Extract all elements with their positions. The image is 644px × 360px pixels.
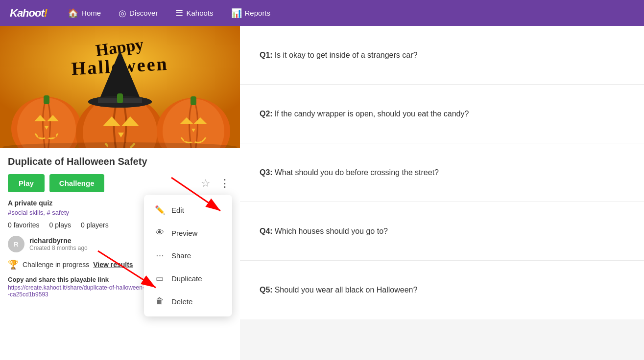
svg-rect-12 bbox=[52, 134, 56, 137]
svg-rect-34 bbox=[198, 137, 202, 141]
home-icon: 🏠 bbox=[68, 8, 78, 19]
dropdown-share[interactable]: ⋯ Share bbox=[144, 244, 232, 267]
quiz-title: Duplicate of Halloween Safety bbox=[8, 156, 232, 167]
svg-rect-19 bbox=[117, 93, 123, 103]
author-created: Created 8 months ago bbox=[29, 245, 88, 251]
svg-rect-32 bbox=[184, 137, 188, 141]
view-results-link[interactable]: View results bbox=[93, 261, 133, 269]
players-count: 0 players bbox=[81, 221, 109, 229]
dropdown-duplicate[interactable]: ▭ Duplicate bbox=[144, 267, 232, 290]
q5-label: Q5: bbox=[260, 286, 273, 294]
svg-rect-28 bbox=[191, 96, 196, 105]
trophy-icon: 🏆 bbox=[8, 259, 19, 270]
question-item: Q5: Should you wear all black on Hallowe… bbox=[240, 261, 644, 319]
nav-discover[interactable]: ◎ Discover bbox=[112, 5, 165, 22]
challenge-button[interactable]: Challenge bbox=[49, 174, 104, 192]
dropdown-menu: ✏️ Edit 👁 Preview ⋯ Share ▭ Duplicate bbox=[144, 195, 232, 316]
preview-icon: 👁 bbox=[155, 228, 165, 238]
favorites-count: 0 favorites bbox=[8, 221, 40, 229]
edit-icon: ✏️ bbox=[155, 205, 165, 215]
svg-rect-6 bbox=[44, 95, 49, 104]
dropdown-edit[interactable]: ✏️ Edit bbox=[144, 199, 232, 222]
q3-label: Q3: bbox=[260, 168, 273, 177]
delete-icon: 🗑 bbox=[155, 296, 165, 306]
svg-rect-33 bbox=[191, 138, 195, 142]
svg-rect-11 bbox=[45, 135, 49, 138]
author-name: richardbyrne bbox=[29, 237, 88, 245]
avatar: R bbox=[8, 236, 24, 252]
navbar: Kahoot! 🏠 Home ◎ Discover ☰ Kahoots 📊 Re… bbox=[0, 0, 644, 26]
halloween-image: Happy Halloween bbox=[0, 26, 240, 148]
quiz-actions: Play Challenge ☆ ⋮ ✏️ Edit 👁 Preview bbox=[8, 174, 232, 192]
q2-label: Q2: bbox=[260, 110, 273, 118]
dropdown-preview[interactable]: 👁 Preview bbox=[144, 222, 232, 244]
kahoots-icon: ☰ bbox=[175, 8, 183, 19]
svg-rect-10 bbox=[38, 134, 42, 137]
quiz-info: Duplicate of Halloween Safety Play Chall… bbox=[0, 148, 240, 308]
duplicate-icon: ▭ bbox=[155, 273, 165, 284]
q4-text: Which houses should you go to? bbox=[275, 227, 388, 236]
question-item: Q1: Is it okay to get inside of a strang… bbox=[240, 26, 644, 85]
question-item: Q3: What should you do before crossing t… bbox=[240, 143, 644, 202]
challenge-text: Challenge in progress bbox=[23, 261, 89, 269]
quiz-thumbnail: Happy Halloween bbox=[0, 26, 240, 148]
nav-reports[interactable]: 📊 Reports bbox=[224, 5, 278, 22]
left-panel: Happy Halloween bbox=[0, 26, 240, 360]
q4-label: Q4: bbox=[260, 227, 273, 236]
nav-kahoots[interactable]: ☰ Kahoots bbox=[168, 5, 220, 22]
dropdown-delete[interactable]: 🗑 Delete bbox=[144, 290, 232, 313]
more-options-button[interactable]: ⋮ bbox=[217, 176, 232, 191]
question-item: Q2: If the candy wrapper is open, should… bbox=[240, 85, 644, 143]
question-item: Q4: Which houses should you go to? bbox=[240, 202, 644, 261]
plays-count: 0 plays bbox=[49, 221, 71, 229]
q1-text: Is it okay to get inside of a strangers … bbox=[275, 51, 418, 60]
right-panel: Q1: Is it okay to get inside of a strang… bbox=[240, 26, 644, 360]
q2-text: If the candy wrapper is open, should you… bbox=[275, 110, 469, 118]
logo: Kahoot! bbox=[10, 7, 47, 20]
discover-icon: ◎ bbox=[119, 8, 126, 19]
author-info: richardbyrne Created 8 months ago bbox=[29, 237, 88, 251]
share-icon: ⋯ bbox=[155, 250, 165, 261]
favorite-button[interactable]: ☆ bbox=[199, 175, 213, 192]
play-button[interactable]: Play bbox=[8, 174, 45, 192]
q3-text: What should you do before crossing the s… bbox=[275, 168, 439, 177]
main-layout: Happy Halloween bbox=[0, 26, 644, 360]
reports-icon: 📊 bbox=[231, 8, 242, 19]
q5-text: Should you wear all black on Halloween? bbox=[275, 286, 418, 294]
q1-label: Q1: bbox=[260, 51, 273, 60]
nav-home[interactable]: 🏠 Home bbox=[61, 5, 108, 22]
